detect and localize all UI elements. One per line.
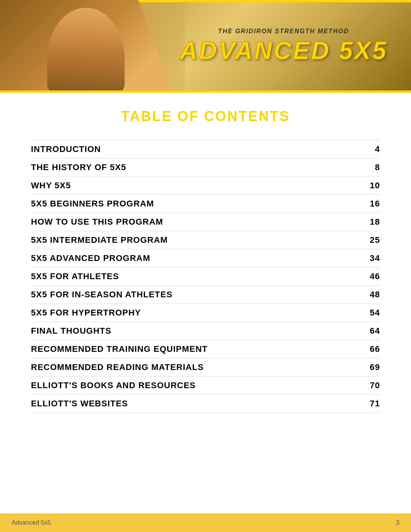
toc-item: ELLIOTT'S WEBSITES71 (31, 395, 380, 413)
footer-bar: Advanced 5x5 3 (0, 513, 411, 532)
toc-item: 5X5 ADVANCED PROGRAM34 (31, 249, 380, 268)
toc-item-page: 8 (365, 162, 380, 172)
page-content: TABLE OF CONTENTS INTRODUCTION4THE HISTO… (0, 93, 411, 452)
toc-item-label: WHY 5X5 (31, 181, 365, 191)
toc-title: TABLE OF CONTENTS (31, 108, 380, 124)
toc-item-page: 10 (365, 181, 380, 191)
toc-item-page: 69 (365, 362, 380, 372)
toc-item-label: ELLIOTT'S WEBSITES (31, 399, 365, 409)
toc-item: 5X5 FOR IN-SEASON ATHLETES48 (31, 286, 380, 304)
toc-item: THE HISTORY OF 5X58 (31, 159, 380, 177)
toc-item: 5X5 BEGINNERS PROGRAM16 (31, 195, 380, 213)
toc-item-page: 16 (365, 199, 380, 209)
header-title-block: The Gridiron Strength Method Advanced 5X… (0, 28, 411, 65)
toc-item-label: 5X5 FOR ATHLETES (31, 271, 365, 281)
toc-item: RECOMMENDED TRAINING EQUIPMENT66 (31, 340, 380, 358)
header-image: The Gridiron Strength Method Advanced 5X… (0, 0, 411, 93)
toc-item-label: 5X5 BEGINNERS PROGRAM (31, 199, 365, 209)
toc-item-label: 5X5 ADVANCED PROGRAM (31, 253, 365, 263)
toc-item-label: HOW TO USE THIS PROGRAM (31, 217, 365, 227)
toc-list: INTRODUCTION4THE HISTORY OF 5X58WHY 5X51… (31, 140, 380, 413)
toc-item-label: fiNAL THOUGHTS (31, 326, 365, 336)
toc-item-page: 18 (365, 217, 380, 227)
toc-item-page: 71 (365, 399, 380, 409)
toc-item-page: 46 (365, 271, 380, 281)
toc-item: WHY 5X510 (31, 177, 380, 195)
toc-item: 5X5 INTERMEDIATE PROGRAM25 (31, 231, 380, 249)
toc-item-page: 70 (365, 380, 380, 390)
toc-item: INTRODUCTION4 (31, 140, 380, 159)
toc-item-label: THE HISTORY OF 5X5 (31, 162, 365, 172)
toc-item: 5X5 FOR HYPERTROPHY54 (31, 304, 380, 322)
toc-item-page: 25 (365, 235, 380, 245)
toc-item-label: 5X5 INTERMEDIATE PROGRAM (31, 235, 365, 245)
toc-item-page: 4 (365, 144, 380, 154)
toc-item-label: INTRODUCTION (31, 144, 365, 154)
toc-item-label: 5X5 FOR HYPERTROPHY (31, 308, 365, 318)
toc-item-page: 34 (365, 253, 380, 263)
header-bottom-stripe (0, 90, 411, 93)
header-subtitle: The Gridiron Strength Method (156, 28, 411, 35)
header-main-title: Advanced 5X5 (156, 36, 411, 65)
toc-item: 5X5 FOR ATHLETES46 (31, 268, 380, 286)
toc-item-label: ELLIOTT'S BOOKS AND RESOURCES (31, 380, 365, 390)
toc-item-page: 66 (365, 344, 380, 354)
toc-item-page: 48 (365, 290, 380, 300)
toc-item-label: RECOMMENDED TRAINING EQUIPMENT (31, 344, 365, 354)
toc-item: ELLIOTT'S BOOKS AND RESOURCES70 (31, 377, 380, 395)
toc-item: fiNAL THOUGHTS64 (31, 322, 380, 340)
toc-item: HOW TO USE THIS PROGRAM18 (31, 213, 380, 231)
toc-item-label: 5X5 FOR IN-SEASON ATHLETES (31, 290, 365, 300)
footer-page: 3 (396, 519, 399, 526)
toc-item-page: 54 (365, 308, 380, 318)
footer-title: Advanced 5x5 (12, 519, 51, 526)
toc-item: RECOMMENDED READING MATERIALS69 (31, 358, 380, 377)
toc-item-page: 64 (365, 326, 380, 336)
toc-item-label: RECOMMENDED READING MATERIALS (31, 362, 365, 372)
